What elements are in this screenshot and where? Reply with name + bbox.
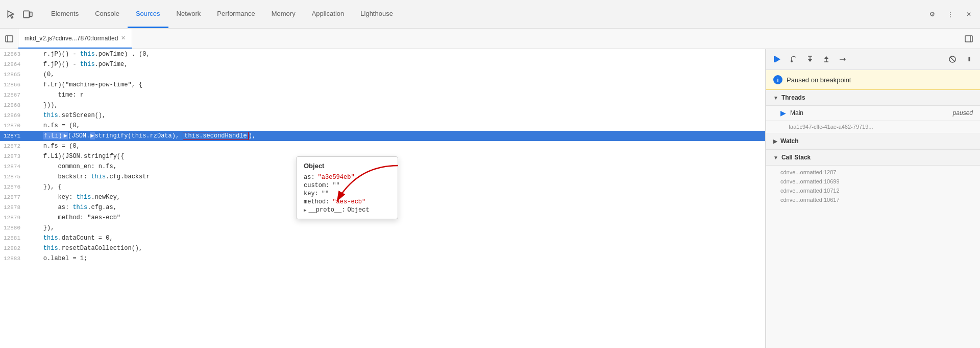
threads-arrow-icon: ▼ xyxy=(773,95,778,101)
svg-marker-14 xyxy=(824,56,828,59)
svg-marker-7 xyxy=(775,56,780,62)
code-panel: 12863 r.jP)() - this.powTime) . (0,12864… xyxy=(0,49,766,348)
thread-active-icon: ▶ xyxy=(780,109,786,117)
device-toggle-icon[interactable] xyxy=(20,7,35,21)
watch-section: ▶ Watch xyxy=(766,133,980,150)
settings-icon[interactable]: ⚙ xyxy=(925,7,939,21)
debug-toolbar: ⏸ xyxy=(766,49,980,70)
callstack-item[interactable]: cdnve...ormatted:10699 xyxy=(766,177,980,186)
thread-main-status: paused xyxy=(953,109,973,117)
resume-button[interactable] xyxy=(770,52,785,66)
step-into-button[interactable] xyxy=(803,52,817,66)
file-tab-close-icon[interactable]: ✕ xyxy=(121,35,126,41)
tooltip-row-method: method: "aes-ecb" xyxy=(304,198,390,205)
tooltip-row-as: as: "a3e594eb" xyxy=(304,174,390,181)
tab-application[interactable]: Application xyxy=(304,0,353,28)
close-devtools-button[interactable]: ✕ xyxy=(962,7,976,21)
svg-marker-17 xyxy=(844,57,846,61)
tab-network[interactable]: Network xyxy=(168,0,209,28)
svg-rect-8 xyxy=(774,56,775,62)
svg-point-9 xyxy=(791,60,793,62)
deactivate-breakpoints-button[interactable] xyxy=(945,52,960,66)
tab-memory[interactable]: Memory xyxy=(263,0,304,28)
watch-label: Watch xyxy=(780,137,799,145)
threads-content: ▶ Main paused faa1c947-cffc-41ae-a462-79… xyxy=(766,106,980,133)
code-line-12882[interactable]: 12882 this.resetDataCollection(), xyxy=(0,243,765,253)
main-area: 12863 r.jP)() - this.powTime) . (0,12864… xyxy=(0,49,980,348)
threads-section-header[interactable]: ▼ Threads xyxy=(766,90,980,106)
svg-rect-4 xyxy=(965,36,972,42)
right-panel: ⏸ i Paused on breakpoint ▼ Threads ▶ Mai… xyxy=(766,49,980,348)
callstack-label: Call Stack xyxy=(781,154,811,161)
tooltip-row-key: key: "" xyxy=(304,190,390,197)
threads-label: Threads xyxy=(781,94,805,101)
inspect-icon[interactable] xyxy=(4,7,18,21)
step-over-button[interactable] xyxy=(787,52,801,66)
code-line-12881[interactable]: 12881 this.dataCount = 0, xyxy=(0,233,765,243)
tooltip-row-proto[interactable]: ▶ __proto__: Object xyxy=(304,206,390,214)
devtools-actions: ⚙ ⋮ ✕ xyxy=(925,7,976,21)
panel-toggle-icon[interactable] xyxy=(962,32,976,46)
code-line-12870[interactable]: 12870 n.fs = (0, xyxy=(0,121,765,131)
paused-banner: i Paused on breakpoint xyxy=(766,70,980,90)
thread-main-name: Main xyxy=(790,109,949,117)
watch-section-header[interactable]: ▶ Watch xyxy=(766,133,980,149)
file-tab-bar: mkd_v2.js?cdnve...7870:formatted ✕ xyxy=(0,29,980,49)
file-tab-name: mkd_v2.js?cdnve...7870:formatted xyxy=(24,35,118,42)
tab-sources[interactable]: Sources xyxy=(128,0,168,28)
thread-main[interactable]: ▶ Main paused xyxy=(766,106,980,121)
svg-rect-2 xyxy=(6,36,13,42)
main-tabs: Elements Console Sources Network Perform… xyxy=(43,0,921,28)
callstack-section-header[interactable]: ▼ Call Stack xyxy=(766,150,980,166)
tooltip-title: Object xyxy=(304,162,390,170)
tab-lighthouse[interactable]: Lighthouse xyxy=(352,0,401,28)
file-tab-bar-right xyxy=(962,32,980,46)
callstack-item[interactable]: cdnve...ormatted:10712 xyxy=(766,186,980,195)
code-line-12872[interactable]: 12872 n.fs = (0, xyxy=(0,141,765,151)
sidebar-toggle-button[interactable] xyxy=(0,29,18,49)
step-button[interactable] xyxy=(836,52,850,66)
object-tooltip: Object as: "a3e594eb" custom: "" key: ""… xyxy=(296,156,398,219)
code-line-12865[interactable]: 12865 (0, xyxy=(0,69,765,80)
svg-line-19 xyxy=(950,57,955,62)
svg-rect-0 xyxy=(23,11,29,17)
more-options-icon[interactable]: ⋮ xyxy=(943,7,958,21)
code-line-12868[interactable]: 12868 })), xyxy=(0,100,765,110)
tooltip-row-custom: custom: "" xyxy=(304,182,390,189)
watch-arrow-icon: ▶ xyxy=(773,138,777,144)
step-out-button[interactable] xyxy=(819,52,834,66)
code-line-12869[interactable]: 12869 this.setScreen(), xyxy=(0,110,765,121)
thread-id-item[interactable]: faa1c947-cffc-41ae-a462-79719... xyxy=(766,121,980,133)
file-tab-mkd[interactable]: mkd_v2.js?cdnve...7870:formatted ✕ xyxy=(18,29,132,49)
info-icon: i xyxy=(773,75,782,84)
code-line-12867[interactable]: 12867 time: r xyxy=(0,90,765,100)
code-line-12866[interactable]: 12866 f.Lr)("machine-pow-time", { xyxy=(0,80,765,90)
code-line-12864[interactable]: 12864 f.jP)() - this.powTime, xyxy=(0,59,765,69)
pause-on-exceptions-button[interactable]: ⏸ xyxy=(962,52,976,66)
tab-performance[interactable]: Performance xyxy=(209,0,263,28)
devtools-icons xyxy=(4,7,35,21)
callstack-item[interactable]: cdnve...ormatted:1287 xyxy=(766,168,980,177)
callstack-section: ▼ Call Stack cdnve...ormatted:1287cdnve.… xyxy=(766,150,980,348)
callstack-arrow-icon: ▼ xyxy=(773,155,778,160)
thread-id-text: faa1c947-cffc-41ae-a462-79719... xyxy=(789,124,873,130)
tab-console[interactable]: Console xyxy=(87,0,128,28)
devtools-tab-bar: Elements Console Sources Network Perform… xyxy=(0,0,980,29)
code-line-12883[interactable]: 12883 o.label = 1; xyxy=(0,253,765,264)
code-line-12880[interactable]: 12880 }), xyxy=(0,223,765,233)
callstack-content: cdnve...ormatted:1287cdnve...ormatted:10… xyxy=(766,166,980,206)
paused-text: Paused on breakpoint xyxy=(787,76,851,84)
svg-rect-1 xyxy=(30,12,32,16)
svg-marker-11 xyxy=(808,59,812,62)
code-line-12863[interactable]: 12863 r.jP)() - this.powTime) . (0, xyxy=(0,49,765,59)
code-line-12871[interactable]: 12871 f.Li)▶(JSON.▶stringify(this.rzData… xyxy=(0,131,765,141)
tab-elements[interactable]: Elements xyxy=(43,0,87,28)
callstack-item[interactable]: cdnve...ormatted:10617 xyxy=(766,195,980,204)
